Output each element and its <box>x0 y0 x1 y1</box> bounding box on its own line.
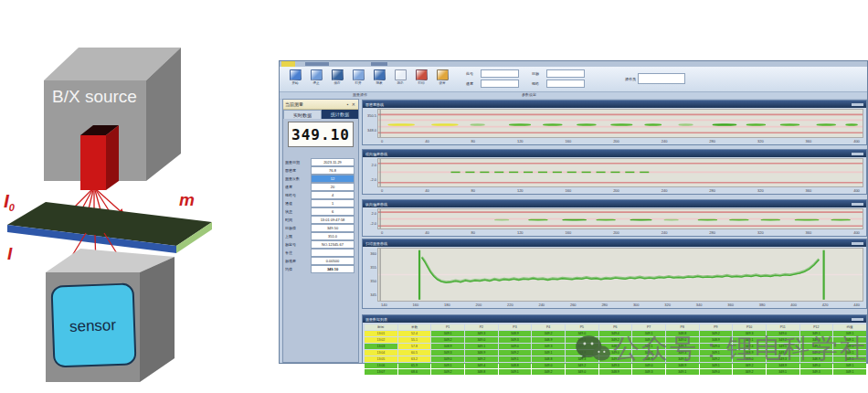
grid-cell: 60.5 <box>398 350 431 356</box>
parameter-value: 349.50 <box>311 224 355 232</box>
panel-minimize-icon[interactable] <box>856 242 863 245</box>
toolbar-button-clock-icon[interactable]: 历史 <box>390 68 410 93</box>
table-row[interactable]: 13:0460.5349.3348.9349.2349.1348.8349.03… <box>365 350 866 356</box>
x-tick-label: 40 <box>425 188 429 194</box>
toolbar-button-stop-icon[interactable]: 停止 <box>306 68 326 93</box>
grid-cell: 52.4 <box>398 331 431 336</box>
density-x-axis: 04080120160200240280320360400 <box>377 139 863 144</box>
field-input[interactable] <box>546 80 585 88</box>
data-grid-panel: 测量数据列表 时间米数P1P2P3P4P5P6P7P8P9P10P11P12均值… <box>362 314 867 364</box>
y-tick-label: 345 <box>370 293 376 297</box>
grid-cell: 349.2 <box>733 369 766 375</box>
grid-cell: 349.1 <box>800 331 833 336</box>
grid-cell: 348.8 <box>465 369 498 375</box>
x-tick-label: 200 <box>613 139 619 144</box>
grid-cell: 348.8 <box>666 331 699 336</box>
table-row[interactable]: 13:0563.2349.0349.2349.1348.8349.3349.13… <box>365 356 866 362</box>
long-dev-x-axis: 04080120160200240280320360400 <box>377 230 863 236</box>
panel-minimize-icon[interactable] <box>856 153 863 155</box>
toolbar-button-report-icon[interactable]: 报表 <box>369 68 389 93</box>
grid-cell: 348.8 <box>599 344 632 349</box>
table-row[interactable]: 13:0152.4349.1349.3348.9349.2349.0349.43… <box>365 331 866 336</box>
measurement-panel: 当前测量 ▪ ✕ 实时数据 统计数据 349.10 测量日期2023.11.29… <box>282 99 359 363</box>
toolbar-button-save-icon[interactable]: 保存 <box>327 68 347 93</box>
collimator <box>80 125 119 190</box>
parameter-value: 0.00500 <box>311 257 355 265</box>
measurement-panel-titlebar: 当前测量 ▪ ✕ <box>283 100 358 110</box>
table-row[interactable]: 13:0357.8348.9349.1349.0349.3349.2348.83… <box>365 344 866 349</box>
operator-input[interactable] <box>638 73 685 84</box>
x-tick-label: 0 <box>381 188 383 194</box>
grid-cell: 349.3 <box>800 369 833 375</box>
grid-cell: 349.2 <box>532 369 565 375</box>
grid-cell: 13:04 <box>365 350 397 356</box>
grid-column-header: P2 <box>465 324 498 330</box>
parameter-value: 76.8 <box>311 166 355 175</box>
grid-cell: 349.0 <box>632 363 665 368</box>
x-tick-label: 340 <box>696 303 703 308</box>
field-input[interactable] <box>481 69 519 78</box>
grid-cell: 348.9 <box>733 350 766 356</box>
toolbar-button-start-icon[interactable]: 开始 <box>285 68 305 93</box>
parameter-label: 测量次数 <box>285 176 311 181</box>
x-tick-label: 160 <box>566 230 572 236</box>
grid-cell: 349.2 <box>599 337 632 343</box>
parameter-label: 备注 <box>285 250 311 255</box>
grid-cell: 349.2 <box>666 344 699 349</box>
toolbar-button-label: 设置 <box>439 80 445 85</box>
chart-title-cross-dev: 横向偏差曲线 <box>365 152 387 156</box>
chart-title-density: 面密度曲线 <box>365 102 384 107</box>
grid-cell: 349.1 <box>499 356 532 362</box>
toolbar-button-open-icon[interactable]: 打开 <box>348 68 368 93</box>
current-value-display: 349.10 <box>288 122 354 147</box>
x-tick-label: 240 <box>662 188 668 194</box>
field-input[interactable] <box>546 69 585 78</box>
grid-cell: 13:03 <box>365 344 397 349</box>
parameter-value: 2023.11.29 <box>311 158 355 166</box>
x-tick-label: 80 <box>471 230 475 236</box>
grid-cell: 349.2 <box>632 350 665 356</box>
x-tick-label: 140 <box>381 303 387 308</box>
parameter-list: 测量日期2023.11.29面密度76.8测量次数12速度20规格号4通道1状态… <box>283 158 358 273</box>
chart-panel-long-dev-header: 纵向偏差曲线 <box>363 200 866 207</box>
field-input[interactable] <box>481 80 519 88</box>
grid-cell: 13:06 <box>365 363 397 368</box>
table-row[interactable]: 13:0768.6349.2348.8349.1349.2349.0348.93… <box>365 369 866 375</box>
y-tick-label: 348.0 <box>367 129 376 133</box>
grid-cell: 349.1 <box>499 369 532 375</box>
chart-panel-long-dev: 纵向偏差曲线 2.0-2.0 0408012016020024028032036… <box>362 199 867 237</box>
toolbar-button-settings-icon[interactable]: 设置 <box>432 68 452 93</box>
chart-panel-scan: 扫描测量曲线 360355350345 14016018020022024026… <box>362 239 867 309</box>
panel-close-icon[interactable]: ▪ ✕ <box>347 101 356 107</box>
grid-cell: 349.0 <box>767 350 799 356</box>
parameter-label: 状态 <box>285 209 311 214</box>
scan-plot-area <box>377 248 863 302</box>
panel-minimize-icon[interactable] <box>856 203 863 206</box>
parameter-value: 4 <box>311 191 355 199</box>
grid-cell: 349.2 <box>700 356 733 362</box>
print-icon <box>416 69 428 80</box>
grid-cell: 349.0 <box>532 363 565 368</box>
table-row[interactable]: 13:0255.1349.2349.0349.3348.9349.1349.23… <box>365 337 866 343</box>
parameter-row: 备注 <box>283 249 358 257</box>
parameter-label: 标定号 <box>285 242 311 247</box>
grid-cell: 13:01 <box>365 331 397 336</box>
source-label: B/X source <box>52 87 137 106</box>
label-m: m <box>179 190 195 209</box>
tab-realtime-data[interactable]: 实时数据 <box>283 110 322 119</box>
table-row[interactable]: 13:0665.9349.1349.4348.8349.0349.2349.33… <box>365 363 866 368</box>
parameter-row: 速度20 <box>283 183 358 191</box>
grid-cell: 13:02 <box>365 337 397 343</box>
grid-cell: 13:05 <box>365 356 397 362</box>
grid-cell: 349.4 <box>632 337 665 343</box>
grid-column-header: P7 <box>632 324 665 330</box>
toolbar-button-print-icon[interactable]: 打印 <box>411 68 431 93</box>
panel-minimize-icon[interactable] <box>856 318 863 321</box>
x-tick-label: 320 <box>757 139 764 144</box>
x-tick-label: 280 <box>601 303 608 308</box>
parameter-value: 6 <box>311 207 355 216</box>
tab-statistics-data[interactable]: 统计数据 <box>322 110 358 119</box>
panel-minimize-icon[interactable] <box>856 103 863 106</box>
x-tick-label: 160 <box>566 139 572 144</box>
x-tick-label: 40 <box>425 139 429 144</box>
